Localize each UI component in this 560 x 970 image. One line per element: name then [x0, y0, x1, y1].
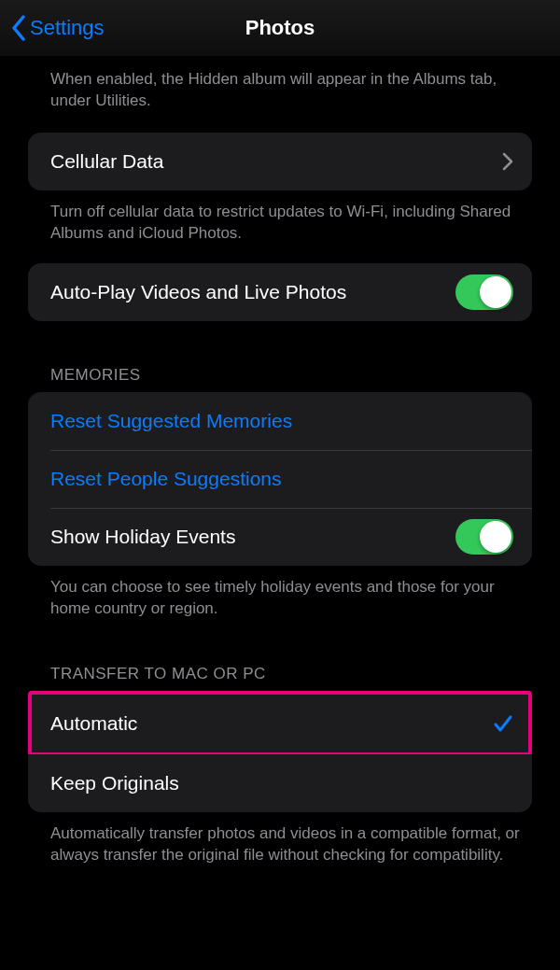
cellular-data-label: Cellular Data	[50, 150, 163, 173]
autoplay-toggle[interactable]	[455, 274, 513, 310]
keep-originals-row[interactable]: Keep Originals	[28, 754, 532, 812]
show-holiday-events-label: Show Holiday Events	[50, 526, 235, 548]
keep-originals-block: Keep Originals	[28, 754, 532, 812]
transfer-header: TRANSFER TO MAC OR PC	[0, 648, 560, 691]
chevron-right-icon	[502, 152, 513, 171]
autoplay-label: Auto-Play Videos and Live Photos	[50, 281, 346, 303]
holiday-toggle[interactable]	[455, 519, 513, 555]
show-holiday-events-row[interactable]: Show Holiday Events	[28, 508, 532, 566]
automatic-row[interactable]: Automatic	[32, 695, 528, 752]
toggle-knob	[480, 521, 511, 553]
memories-footer: You can choose to see timely holiday eve…	[0, 566, 560, 639]
checkmark-icon	[493, 713, 513, 734]
page-title: Photos	[245, 16, 315, 40]
autoplay-block: Auto-Play Videos and Live Photos	[28, 263, 532, 321]
autoplay-row[interactable]: Auto-Play Videos and Live Photos	[28, 263, 532, 321]
automatic-label: Automatic	[50, 712, 137, 735]
memories-block: Reset Suggested Memories Reset People Su…	[28, 392, 532, 566]
reset-people-suggestions-label: Reset People Suggestions	[50, 468, 282, 490]
toggle-knob	[480, 276, 511, 308]
memories-header: MEMORIES	[0, 349, 560, 392]
transfer-footer: Automatically transfer photos and videos…	[0, 812, 560, 885]
hidden-album-footer: When enabled, the Hidden album will appe…	[0, 56, 560, 133]
reset-people-suggestions-row[interactable]: Reset People Suggestions	[28, 450, 532, 508]
navigation-bar: Settings Photos	[0, 0, 560, 56]
content: When enabled, the Hidden album will appe…	[0, 56, 560, 904]
cellular-footer: Turn off cellular data to restrict updat…	[0, 190, 560, 263]
back-button[interactable]: Settings	[11, 15, 105, 41]
cellular-block: Cellular Data	[28, 133, 532, 190]
chevron-left-icon	[11, 15, 26, 41]
cellular-data-row[interactable]: Cellular Data	[28, 133, 532, 190]
back-label: Settings	[30, 16, 105, 40]
reset-suggested-memories-label: Reset Suggested Memories	[50, 410, 292, 432]
keep-originals-label: Keep Originals	[50, 772, 179, 794]
automatic-highlight: Automatic	[28, 691, 532, 756]
reset-suggested-memories-row[interactable]: Reset Suggested Memories	[28, 392, 532, 450]
